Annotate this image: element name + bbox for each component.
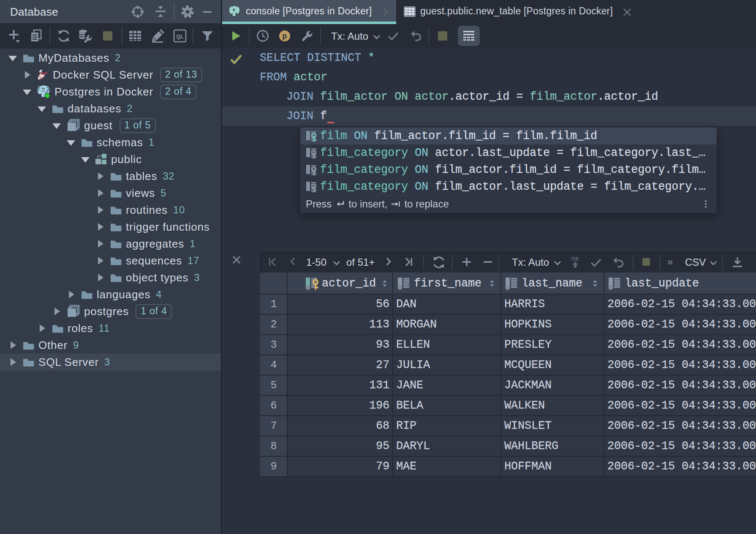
svg-text:QL: QL: [176, 33, 184, 40]
svg-text:p: p: [283, 32, 287, 41]
svg-text:DB: DB: [571, 256, 579, 262]
